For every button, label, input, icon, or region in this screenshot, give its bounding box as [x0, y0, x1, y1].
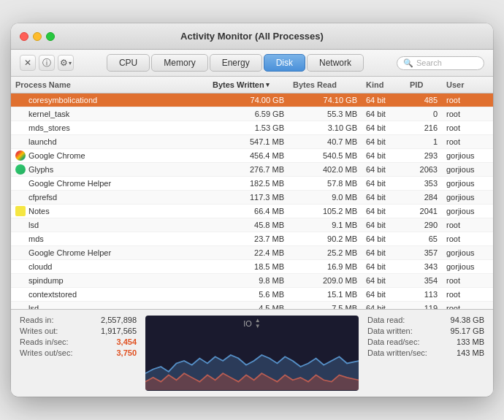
pid-cell: 119	[405, 302, 442, 309]
tab-bar: CPU Memory Energy Disk Network	[107, 54, 364, 72]
read-sec-label: Data read/sec:	[367, 337, 420, 346]
kind-cell: 64 bit	[362, 288, 405, 301]
pid-cell: 343	[405, 260, 442, 273]
reads-in-value: 2,557,898	[101, 316, 137, 324]
writes-out-row: Writes out: 1,917,565	[20, 327, 137, 335]
col-header-user[interactable]: User	[442, 79, 493, 91]
reads-sec-label: Reads in/sec:	[20, 337, 69, 346]
kind-cell: 64 bit	[362, 232, 405, 245]
bytes-read-cell: 57.8 MB	[289, 177, 362, 190]
pid-cell: 2041	[405, 205, 442, 218]
pid-cell: 2063	[405, 163, 442, 176]
table-row[interactable]: Google Chrome Helper 182.5 MB 57.8 MB 64…	[11, 177, 493, 191]
bytes-read-cell: 15.1 MB	[289, 288, 362, 301]
user-cell: gorjious	[442, 177, 493, 190]
tab-memory[interactable]: Memory	[151, 54, 207, 72]
table-row[interactable]: contextstored 5.6 MB 15.1 MB 64 bit 113 …	[11, 288, 493, 302]
kind-cell: 64 bit	[362, 121, 405, 134]
user-cell: gorjious	[442, 246, 493, 259]
process-name: coresymbolicationd	[28, 96, 97, 104]
bytes-written-cell: 276.7 MB	[208, 163, 289, 176]
col-header-process[interactable]: Process Name	[11, 79, 208, 91]
minimize-button[interactable]: ●	[33, 32, 42, 41]
process-name: Google Chrome	[28, 151, 85, 160]
tab-cpu[interactable]: CPU	[107, 54, 150, 72]
kind-cell: 64 bit	[362, 191, 405, 204]
process-name: Google Chrome Helper	[28, 248, 111, 257]
table-row[interactable]: cloudd 18.5 MB 16.9 MB 64 bit 343 gorjio…	[11, 260, 493, 274]
col-label-pid: PID	[410, 80, 423, 89]
bytes-read-cell: 55.3 MB	[289, 107, 362, 121]
bytes-read-cell: 16.9 MB	[289, 260, 362, 273]
chevron-down-icon: ▾	[69, 60, 72, 66]
pid-cell: 113	[405, 288, 442, 301]
bytes-written-cell: 182.5 MB	[208, 177, 289, 190]
user-cell: root	[442, 121, 493, 134]
col-header-kind[interactable]: Kind	[362, 79, 405, 91]
kind-cell: 64 bit	[362, 246, 405, 259]
pid-cell: 0	[405, 107, 442, 121]
col-label-kind: Kind	[366, 80, 383, 89]
pid-cell: 354	[405, 274, 442, 287]
table-row[interactable]: kernel_task 6.59 GB 55.3 MB 64 bit 0 roo…	[11, 107, 493, 121]
pid-cell: 284	[405, 191, 442, 204]
search-box[interactable]: 🔍	[397, 56, 484, 70]
table-row[interactable]: lsd 4.5 MB 7.5 MB 64 bit 119 root	[11, 302, 493, 309]
user-cell: gorjious	[442, 260, 493, 273]
table-row[interactable]: Glyphs 276.7 MB 402.0 MB 64 bit 2063 gor…	[11, 163, 493, 177]
chart-header: IO ▲ ▼	[145, 316, 359, 332]
table-row[interactable]: cfprefsd 117.3 MB 9.0 MB 64 bit 284 gorj…	[11, 191, 493, 205]
table-row[interactable]: Google Chrome Helper 22.4 MB 25.2 MB 64 …	[11, 246, 493, 260]
col-header-written[interactable]: Bytes Written ▾	[208, 79, 289, 91]
table-row[interactable]: mds_stores 1.53 GB 3.10 GB 64 bit 216 ro…	[11, 121, 493, 135]
col-header-pid[interactable]: PID	[405, 79, 442, 91]
process-name: mds_stores	[28, 123, 70, 132]
down-arrow-icon: ▼	[255, 324, 261, 329]
col-label-read: Bytes Read	[293, 80, 337, 89]
bytes-read-cell: 540.5 MB	[289, 149, 362, 162]
pid-cell: 216	[405, 121, 442, 134]
chart-arrows: ▲ ▼	[255, 318, 261, 329]
table-row[interactable]: launchd 547.1 MB 40.7 MB 64 bit 1 root	[11, 135, 493, 149]
kind-cell: 64 bit	[362, 274, 405, 287]
tab-network[interactable]: Network	[307, 54, 364, 72]
process-table[interactable]: coresymbolicationd 74.00 GB 74.10 GB 64 …	[11, 93, 493, 309]
chrome-icon	[15, 150, 26, 161]
process-name-cell: cfprefsd	[11, 191, 208, 204]
info-icon: ⓘ	[42, 57, 51, 69]
pid-cell: 65	[405, 232, 442, 245]
maximize-button[interactable]: ●	[46, 32, 55, 41]
kind-cell: 64 bit	[362, 302, 405, 309]
col-header-read[interactable]: Bytes Read	[289, 79, 362, 91]
process-name-cell: spindump	[11, 274, 208, 287]
process-name: contextstored	[28, 290, 77, 299]
close-button[interactable]: ●	[20, 32, 28, 41]
process-name-cell: mds_stores	[11, 121, 208, 134]
window-title: Activity Monitor (All Processes)	[180, 31, 324, 42]
bytes-written-cell: 547.1 MB	[208, 135, 289, 148]
tab-energy[interactable]: Energy	[210, 54, 262, 72]
tab-disk[interactable]: Disk	[264, 54, 305, 72]
table-row[interactable]: lsd 45.8 MB 9.1 MB 64 bit 290 root	[11, 218, 493, 232]
writes-out-value: 1,917,565	[101, 327, 137, 335]
reads-in-row: Reads in: 2,557,898	[20, 316, 137, 324]
user-cell: gorjious	[442, 149, 493, 162]
search-input[interactable]	[416, 58, 478, 67]
bytes-read-cell: 25.2 MB	[289, 246, 362, 259]
table-row[interactable]: spindump 9.8 MB 209.0 MB 64 bit 354 root	[11, 274, 493, 288]
user-cell: root	[442, 274, 493, 287]
written-sec-label: Data written/sec:	[367, 348, 427, 357]
pid-cell: 485	[405, 93, 442, 107]
stop-button[interactable]: ✕	[20, 55, 36, 71]
written-sec-value: 143 MB	[457, 348, 484, 357]
gear-button[interactable]: ⚙ ▾	[58, 55, 74, 71]
data-read-label: Data read:	[367, 316, 405, 324]
table-row[interactable]: Notes 66.4 MB 105.2 MB 64 bit 2041 gorji…	[11, 205, 493, 218]
table-row[interactable]: mds 23.7 MB 90.2 MB 64 bit 65 root	[11, 232, 493, 246]
col-label-process: Process Name	[15, 80, 71, 89]
process-name: lsd	[28, 221, 39, 229]
table-row[interactable]: Google Chrome 456.4 MB 540.5 MB 64 bit 2…	[11, 149, 493, 163]
info-button[interactable]: ⓘ	[39, 55, 55, 71]
kind-cell: 64 bit	[362, 260, 405, 273]
table-row[interactable]: coresymbolicationd 74.00 GB 74.10 GB 64 …	[11, 93, 493, 107]
